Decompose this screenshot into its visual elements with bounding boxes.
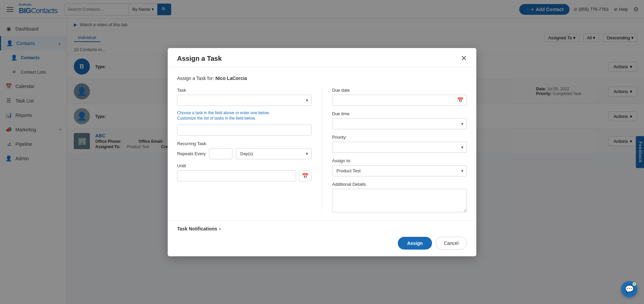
task-notifications-header[interactable]: Task Notifications › (177, 226, 467, 231)
modal-close-button[interactable]: ✕ (461, 55, 467, 62)
modal-header: Assign a Task ✕ (168, 48, 476, 68)
task-notifications-label: Task Notifications (177, 226, 217, 231)
due-time-group: Due time (332, 111, 467, 129)
chat-bubble[interactable]: 💬 (621, 281, 637, 297)
hint-line2: Customize the list of tasks in the field… (177, 116, 312, 121)
due-date-input[interactable] (332, 95, 467, 106)
assign-to-label: Assign to: (332, 158, 467, 163)
priority-label: Priority: (332, 135, 467, 140)
task-text-input[interactable] (177, 125, 312, 136)
contact-name-label: Nico LaCorcia (215, 76, 247, 81)
modal-overlay: Assign a Task ✕ Assign a Task for: Nico … (0, 0, 644, 304)
due-time-wrapper (332, 118, 467, 129)
modal-title: Assign a Task (177, 55, 222, 62)
recurring-task-label: Recurring Task (177, 141, 312, 146)
due-time-label: Due time (332, 111, 467, 116)
due-date-wrapper: 📅 (332, 95, 467, 106)
customize-link[interactable]: Customize the list of tasks in the field… (177, 116, 256, 121)
day-select-wrapper: Day(s) Week(s) Month(s) (236, 148, 312, 159)
due-time-select[interactable] (332, 118, 467, 129)
priority-wrapper (332, 142, 467, 153)
task-form-group: Task Choose a task in the field above or… (177, 88, 312, 121)
until-row: 📅 (177, 170, 312, 181)
repeats-every-input[interactable] (209, 148, 232, 159)
due-date-group: Due date 📅 (332, 88, 467, 106)
due-date-label: Due date (332, 88, 467, 93)
modal-right-col: Due date 📅 Due time (322, 88, 467, 212)
day-select[interactable]: Day(s) Week(s) Month(s) (236, 148, 312, 159)
assign-to-wrapper: Product Test (332, 165, 467, 176)
until-label: Until (177, 163, 312, 168)
modal-subtitle: Assign a Task for: Nico LaCorcia (177, 76, 467, 81)
additional-details-textarea[interactable] (332, 189, 467, 212)
hint-line1: Choose a task in the field above or ente… (177, 111, 312, 115)
assign-to-group: Assign to: Product Test (332, 158, 467, 176)
additional-details-group: Additional Details (332, 182, 467, 212)
task-text-group (177, 125, 312, 136)
chat-online-dot (633, 283, 636, 286)
modal-body: Assign a Task for: Nico LaCorcia Task (168, 68, 476, 220)
until-form-group: Until 📅 (177, 163, 312, 181)
additional-details-label: Additional Details (332, 182, 467, 187)
recurring-task-group: Recurring Task Repeats Every Day(s) Week… (177, 141, 312, 159)
task-hint: Choose a task in the field above or ente… (177, 110, 312, 121)
modal-footer: Assign Cancel (168, 231, 476, 256)
modal-left-col: Task Choose a task in the field above or… (177, 88, 322, 212)
priority-select[interactable] (332, 142, 467, 153)
until-calendar-button[interactable]: 📅 (299, 170, 312, 181)
priority-group: Priority: (332, 135, 467, 153)
task-label: Task (177, 88, 312, 93)
chevron-right-icon: › (219, 226, 221, 231)
modal-form-grid: Task Choose a task in the field above or… (177, 88, 467, 212)
chat-icon: 💬 (625, 285, 634, 294)
assign-to-select[interactable]: Product Test (332, 165, 467, 176)
task-select-wrapper (177, 95, 312, 106)
until-input[interactable] (177, 170, 296, 181)
repeats-every-label: Repeats Every (177, 151, 206, 156)
task-select[interactable] (177, 95, 312, 106)
recurring-row: Repeats Every Day(s) Week(s) Month(s) (177, 148, 312, 159)
cancel-button[interactable]: Cancel (435, 237, 467, 250)
assign-button[interactable]: Assign (398, 237, 432, 250)
task-notifications-section: Task Notifications › (168, 220, 476, 231)
assign-task-modal: Assign a Task ✕ Assign a Task for: Nico … (168, 48, 476, 256)
